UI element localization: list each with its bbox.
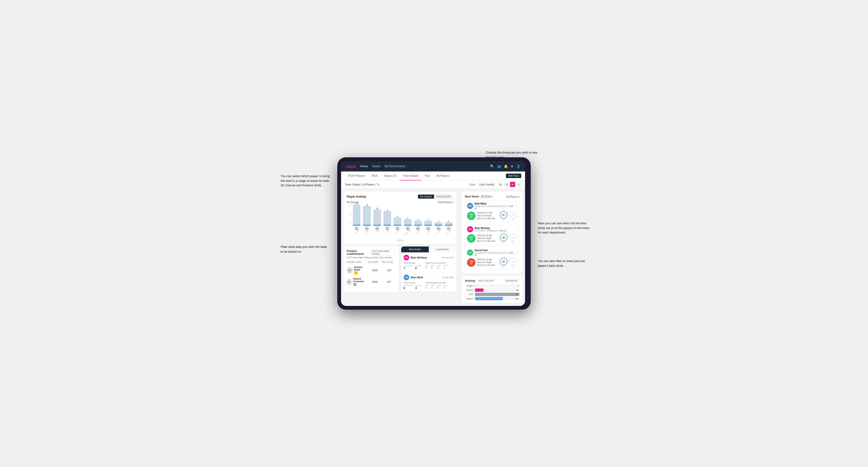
active-player-name-2: Rees Britt [411,276,440,279]
tournament-col-2: Tournament 8 [404,284,413,289]
bar-highlight [353,225,361,226]
leaderboard-row-2[interactable]: EC Edward Crossman 2 18/20 10 [347,276,396,288]
chevron-right-2: › [516,227,517,231]
practice-col-1: Practice 6 [415,264,422,270]
bar-group: 5EE. Ebert [393,216,402,233]
bell-icon[interactable]: 🔔 [504,164,508,168]
most-active-card: Most Active Least Active BM Blair McHarg… [401,247,456,292]
best-shots-card: Best Shots All Shots ▾ All Players ▾ [462,191,522,274]
bar-value-label: 5 [397,216,398,217]
bar-element [373,210,381,226]
shot-card-1[interactable]: MM Matt Miller 09 Jun 2023 · Royal North… [465,200,519,223]
leaderboard-filter[interactable]: PUTT Must Make Putting... [370,249,396,255]
practice-col-2: Practice 4 [415,284,422,289]
shot-cards: MM Matt Miller 09 Jun 2023 · Royal North… [465,200,519,269]
shot-player-meta-2: 23 Jul 2023 · Ashridge GC, Hole 15 [474,229,515,232]
pb-avg-2: 107 [382,281,396,283]
sub-nav-pgat[interactable]: PGAT Players [345,172,368,181]
on-course-btn[interactable]: On Course [418,195,434,198]
course-toggle: On Course Practice Drills [418,194,453,199]
grid3-view-btn[interactable]: ⊟ [504,182,509,187]
heart-view-btn[interactable]: ♥ [510,182,515,187]
nav-item-teams[interactable]: Teams [372,165,380,168]
stat-unit-3b: yls [512,266,514,267]
all-shots-tab[interactable]: All Shots ▾ [481,195,492,198]
stat-unit-2a: yds [502,242,505,243]
practice-activities-label-2: Total Practice Activities [426,282,448,284]
stat-circle-3b: 0 [509,258,517,266]
active-player-header-2: RB Rees Britt 02 Sep 2023 [404,275,454,280]
most-active-tab[interactable]: Most Active [401,247,429,252]
shots-tabs: All Shots ▾ [481,195,492,198]
player-row-info-2: EC Edward Crossman 2 [347,277,368,286]
pb-score-2: 18/20 [368,281,382,283]
bars-container: 13BB. McHarg12RR. Britt10DD. Ford9JJ. Co… [352,205,453,240]
chevron-right-1: › [516,204,517,208]
stat-circle-1a: 67 [500,211,507,219]
rank-row-2: 2 [353,283,368,286]
list-view-btn[interactable]: ≡ [516,182,521,187]
people-icon[interactable]: 👥 [497,164,501,168]
player-activity-card: Player Activity On Course Practice Drill… [344,191,456,244]
nav-items: Home Teams My Performance [360,165,486,168]
active-avatar-1: BM [404,255,409,260]
view-icons: ⊞ ⊟ ♥ ≡ [498,182,521,187]
bar-highlight [414,225,422,226]
practice-drills-btn[interactable]: Practice Drills [434,195,453,198]
shot-player-info-2: Blair McHarg 23 Jul 2023 · Ashridge GC, … [474,227,515,232]
chart-filter[interactable]: Total Rounds ▾ [437,201,453,204]
arg-2: ARG 0 [437,284,441,289]
nav-item-performance[interactable]: My Performance [385,165,405,168]
scoring-chart: Eagles 3 Birdies [465,284,519,300]
sub-nav-tour[interactable]: Tour [421,172,433,181]
sub-nav-pga[interactable]: PGA [368,172,381,181]
search-icon[interactable]: 🔍 [490,164,494,168]
player-avatar-1: RB [347,267,352,274]
sub-nav-all[interactable]: All Players [433,172,453,181]
birdies-bar: 96 [475,288,519,292]
shot-stat-1b: 0 yls [509,211,517,220]
shot-card-2[interactable]: BM Blair McHarg 23 Jul 2023 · Ashridge G… [465,224,519,245]
bar-value-label: 2 [438,220,439,222]
timescale-select[interactable]: Last 3 months [478,183,496,187]
bar-highlight [373,225,381,226]
scoring-all-players[interactable]: All Players ▾ [503,279,519,282]
bar-group: 3RR. Butler [413,219,423,233]
shot-stat-2a: 43 yds [499,234,507,243]
bar-group: 12RR. Britt [362,204,371,233]
shot-player-avatar-3: DF [467,250,473,256]
active-player-2: RB Rees Britt 02 Sep 2023 Total Rounds [401,272,456,292]
player-row-name-2: Edward Crossman [353,277,368,283]
putt-2: PUTT 0 [443,284,448,289]
bottom-row: Practice Leaderboards PUTT Must Make Put… [344,247,456,292]
pars-label: Pars [465,293,473,295]
scoring-card: Scoring Par 3, 4 & 5s ▾ All Players ▾ [462,276,522,303]
shot-card-3[interactable]: DF David Ford 24 Aug 2023 · Royal North … [465,247,519,269]
sub-nav-hcaps[interactable]: Hcaps 1-5 [381,172,400,181]
activities-sub-row-1: GTT 0 APP 0 [426,264,448,269]
bar-chart: 15 10 5 0 13BB. McHarg12RR. Britt10DD. F… [347,205,453,240]
add-circle-icon[interactable]: ⊕ [511,164,514,168]
least-active-tab[interactable]: Least Active [429,247,456,252]
annotation-right-mid: Here you can see who's hit the best shot… [538,221,592,235]
pb-avg-1: 110 [382,269,396,272]
shot-badge-3: 198SG [467,258,475,267]
stat-circle-1b: 0 [509,211,517,219]
all-players-dropdown[interactable]: All Players ▾ [506,195,519,198]
user-icon[interactable]: 👤 [516,164,520,168]
bar-element [414,221,422,226]
grid-view-btn[interactable]: ⊞ [498,182,503,187]
player-avatar-2: EC [347,279,352,285]
leaderboard-row-1[interactable]: RB Richard Butler 1 19/20 110 [347,264,396,276]
col-pb-score: PB SCORE [368,261,382,263]
sub-nav-team[interactable]: Team Clippd [400,172,422,181]
active-player-header-1: BM Blair McHarg 26 Aug 2023 [404,255,454,260]
pb-score-1: 19/20 [368,269,382,272]
add-team-button[interactable]: Add Team [506,174,521,178]
nav-item-home[interactable]: Home [360,165,368,168]
bar-element [353,205,361,226]
shot-badge-1: 200SG [467,212,475,220]
shot-text-1: Shot Dist: 67 ydsStart Lie: RoughEnd Lie… [477,212,498,220]
edit-icon[interactable]: ✏️ [376,183,380,186]
par-filter[interactable]: Par 3, 4 & 5s ▾ [476,279,495,282]
